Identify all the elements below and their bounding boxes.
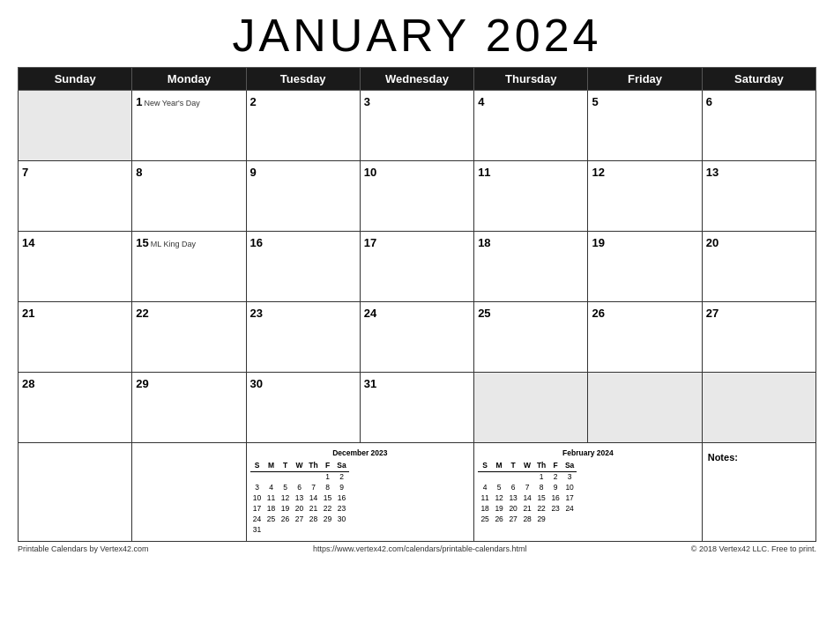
day-number: 17	[364, 236, 376, 249]
calendar-cell: 15ML King Day	[132, 232, 246, 302]
day-number: 7	[22, 166, 28, 179]
day-number: 16	[250, 236, 263, 249]
calendar-cell: 4	[474, 91, 588, 161]
week-row: 78910111213	[19, 161, 816, 232]
calendar-cell: 19	[588, 232, 702, 302]
calendar-cell: 11	[474, 161, 588, 232]
calendar-cell: 7	[19, 161, 132, 232]
calendar-cell: 28	[19, 373, 132, 443]
holiday-label: New Year's Day	[145, 99, 200, 107]
week-row: 28293031	[19, 373, 816, 443]
calendar-cell: 26	[588, 302, 702, 373]
day-header: Monday	[132, 68, 246, 91]
day-number: 20	[706, 236, 719, 249]
calendar-cell: 6	[702, 91, 815, 161]
mini-calendar-dec: December 2023SMTWThFSa123456789101112131…	[246, 443, 474, 542]
calendar-cell: 9	[246, 161, 360, 232]
calendar-cell: 12	[588, 161, 702, 232]
day-number: 14	[22, 236, 34, 249]
footer-right: © 2018 Vertex42 LLC. Free to print.	[691, 544, 816, 553]
calendar-cell: 13	[702, 161, 815, 232]
holiday-label: ML King Day	[151, 240, 196, 248]
day-number: 19	[592, 236, 604, 249]
day-number: 31	[364, 377, 376, 390]
day-number: 8	[136, 166, 142, 179]
day-number: 27	[706, 307, 719, 320]
calendar-table: SundayMondayTuesdayWednesdayThursdayFrid…	[18, 67, 816, 542]
day-header: Friday	[588, 68, 702, 91]
calendar-cell: 10	[360, 161, 473, 232]
day-header: Saturday	[702, 68, 815, 91]
day-number: 3	[364, 95, 370, 108]
day-number: 5	[592, 95, 598, 108]
calendar-cell: 5	[588, 91, 702, 161]
day-header: Thursday	[474, 68, 588, 91]
day-number: 4	[478, 95, 484, 108]
day-number: 10	[364, 166, 376, 179]
day-number: 29	[136, 377, 148, 390]
calendar-cell: 31	[360, 373, 473, 443]
footer: Printable Calendars by Vertex42.com http…	[18, 544, 816, 553]
calendar-cell	[474, 373, 588, 443]
calendar-cell: 16	[246, 232, 360, 302]
calendar-cell: 27	[702, 302, 815, 373]
day-number: 30	[250, 377, 263, 390]
calendar-cell: 24	[360, 302, 473, 373]
calendar-cell	[588, 373, 702, 443]
calendar-cell: 18	[474, 232, 588, 302]
calendar-cell: 8	[132, 161, 246, 232]
calendar-cell: 20	[702, 232, 815, 302]
day-number: 6	[706, 95, 712, 108]
day-header: Tuesday	[246, 68, 360, 91]
day-number: 18	[478, 236, 490, 249]
calendar-cell: 3	[360, 91, 473, 161]
calendar-cell	[702, 373, 815, 443]
mini-calendar-feb: February 2024SMTWThFSa123456789101112131…	[474, 443, 703, 542]
day-number: 12	[592, 166, 604, 179]
day-number: 24	[364, 307, 376, 320]
week-row: 1415ML King Day1617181920	[19, 232, 816, 302]
day-number: 9	[250, 166, 257, 179]
week-row: 1New Year's Day23456	[19, 91, 816, 161]
page-title: JANUARY 2024	[18, 9, 816, 62]
day-number: 26	[592, 307, 604, 320]
day-number: 13	[706, 166, 719, 179]
calendar-cell: 30	[246, 373, 360, 443]
day-number: 15	[136, 236, 148, 249]
calendar-cell: 22	[132, 302, 246, 373]
bottom-empty-cell	[132, 443, 246, 542]
calendar-cell	[19, 91, 132, 161]
footer-center: https://www.vertex42.com/calendars/print…	[313, 544, 527, 553]
week-row: 21222324252627	[19, 302, 816, 373]
day-header: Sunday	[19, 68, 132, 91]
notes-cell: Notes:	[702, 443, 815, 542]
calendar-cell: 23	[246, 302, 360, 373]
day-number: 25	[478, 307, 490, 320]
day-header: Wednesday	[360, 68, 473, 91]
bottom-row: December 2023SMTWThFSa123456789101112131…	[19, 443, 816, 542]
calendar-cell: 21	[19, 302, 132, 373]
day-number: 11	[478, 166, 490, 179]
calendar-cell: 2	[246, 91, 360, 161]
notes-label: Notes:	[708, 452, 738, 463]
calendar-cell: 14	[19, 232, 132, 302]
calendar-cell: 1New Year's Day	[132, 91, 246, 161]
calendar-cell: 17	[360, 232, 473, 302]
calendar-cell: 25	[474, 302, 588, 373]
day-number: 2	[250, 95, 257, 108]
day-number: 28	[22, 377, 34, 390]
calendar-cell: 29	[132, 373, 246, 443]
day-number: 21	[22, 307, 34, 320]
day-number: 23	[250, 307, 263, 320]
bottom-empty-cell	[19, 443, 132, 542]
footer-left: Printable Calendars by Vertex42.com	[18, 544, 149, 553]
day-number: 1	[136, 95, 142, 108]
days-header-row: SundayMondayTuesdayWednesdayThursdayFrid…	[19, 68, 816, 91]
day-number: 22	[136, 307, 148, 320]
